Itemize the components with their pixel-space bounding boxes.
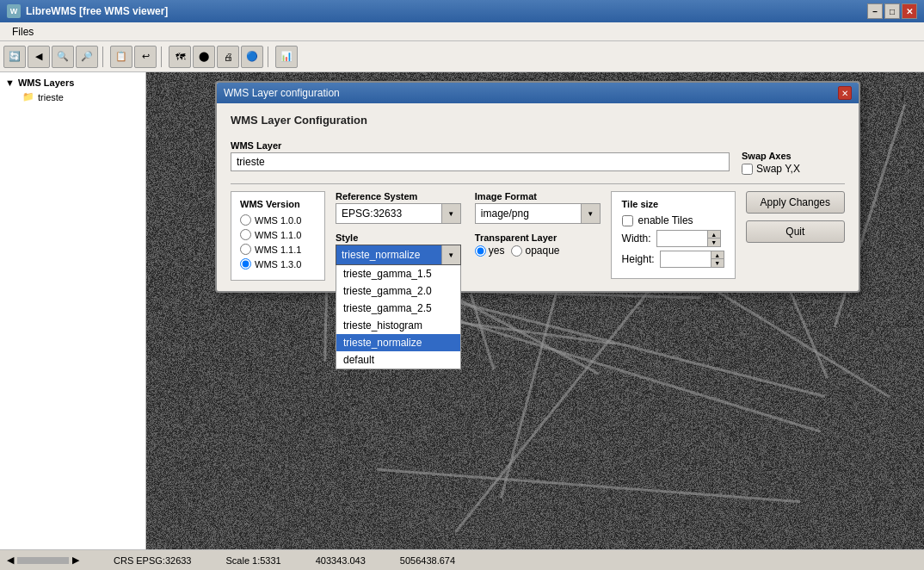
wms-version-box: WMS Version WMS 1.0.0 WMS 1.1.0 (231, 191, 325, 281)
quit-button[interactable]: Quit (746, 220, 845, 243)
height-input-container: ▲ ▼ (660, 251, 724, 268)
style-dropdown-list: trieste_gamma_1.5 trieste_gamma_2.0 trie… (336, 265, 461, 369)
dialog-divider (231, 183, 845, 184)
image-format-label: Image Format (475, 191, 601, 201)
reference-system-select[interactable]: EPSG:32633 ▼ (336, 203, 461, 224)
opaque-label: opaque (525, 245, 559, 257)
wms-111-row: WMS 1.1.1 (240, 244, 316, 255)
style-dropdown-container: trieste_normalize ▼ trieste_gamma_1.5 tr… (336, 245, 461, 265)
action-buttons: Apply Changes Quit (746, 191, 845, 243)
scroll-left-btn[interactable]: ◀ (7, 555, 14, 566)
toolbar-btn-3[interactable]: 🔎 (76, 46, 98, 68)
app-icon: W (7, 4, 21, 18)
style-option-4[interactable]: trieste_normalize (336, 334, 460, 351)
dialog-title-bar: WMS Layer configuration ✕ (217, 83, 859, 103)
dialog-close-button[interactable]: ✕ (838, 86, 852, 100)
menu-files[interactable]: Files (5, 24, 40, 40)
maximize-button[interactable]: □ (884, 3, 900, 19)
main-config-row: WMS Version WMS 1.0.0 WMS 1.1.0 (231, 191, 845, 281)
swap-yx-checkbox[interactable] (742, 164, 753, 175)
wms-100-label: WMS 1.0.0 (255, 215, 301, 226)
toolbar-btn-5[interactable]: ↩ (134, 46, 157, 68)
scroll-bar (17, 557, 69, 564)
style-option-0[interactable]: trieste_gamma_1.5 (336, 265, 460, 282)
width-row: Width: ▲ ▼ (622, 230, 724, 247)
wms-130-row: WMS 1.3.0 (240, 258, 316, 270)
toolbar-btn-4[interactable]: 📋 (110, 46, 132, 68)
width-down-spinner[interactable]: ▼ (708, 239, 720, 246)
opaque-radio-label[interactable]: opaque (511, 245, 559, 257)
wms-layer-label: WMS Layer (231, 140, 731, 151)
yes-radio[interactable] (475, 245, 486, 257)
style-value: trieste_normalize (336, 249, 441, 261)
dialog-body: WMS Layer Configuration WMS Layer Swap A… (217, 103, 859, 291)
wms-100-radio[interactable] (240, 214, 251, 226)
status-x: 403343.043 (316, 555, 366, 566)
wms-version-title: WMS Version (240, 199, 316, 209)
transparent-layer-label: Transparent Layer (475, 232, 601, 243)
wms-100-row: WMS 1.0.0 (240, 214, 316, 226)
toolbar-btn-10[interactable]: 📊 (275, 46, 298, 68)
width-spinners: ▲ ▼ (708, 230, 721, 247)
enable-tiles-label: enable Tiles (638, 214, 693, 226)
folder-icon: 📁 (22, 91, 34, 102)
minimize-button[interactable]: – (867, 3, 883, 19)
status-bar: ◀ ▶ CRS EPSG:32633 Scale 1:5331 403343.0… (0, 549, 924, 570)
tree-root-label: WMS Layers (18, 77, 74, 88)
wms-130-radio[interactable] (240, 258, 251, 270)
height-down-spinner[interactable]: ▼ (711, 259, 724, 267)
toolbar-separator-2 (161, 46, 164, 67)
tree-root[interactable]: ▼ WMS Layers (3, 76, 142, 90)
style-option-2[interactable]: trieste_gamma_2.5 (336, 300, 460, 317)
style-option-1[interactable]: trieste_gamma_2.0 (336, 282, 460, 300)
reference-system-value: EPSG:32633 (336, 208, 441, 220)
wms-130-label: WMS 1.3.0 (255, 259, 301, 270)
layer-tree: ▼ WMS Layers 📁 trieste (3, 76, 142, 104)
tree-child-item[interactable]: 📁 trieste (21, 90, 142, 104)
left-panel: ▼ WMS Layers 📁 trieste (0, 72, 146, 549)
toolbar-btn-8[interactable]: 🖨 (217, 46, 239, 68)
style-option-5[interactable]: default (336, 351, 460, 369)
style-option-3[interactable]: trieste_histogram (336, 317, 460, 334)
swap-yx-label: Swap Y,X (756, 163, 800, 175)
wms-111-radio[interactable] (240, 244, 251, 255)
toolbar-btn-9[interactable]: 🔵 (241, 46, 263, 68)
scroll-right-btn[interactable]: ▶ (72, 555, 79, 566)
toolbar-btn-0[interactable]: 🔄 (3, 46, 26, 68)
status-scroll-left: ◀ ▶ (7, 555, 79, 566)
style-arrow[interactable]: ▼ (441, 245, 460, 264)
height-input[interactable] (660, 251, 711, 268)
dialog-title: WMS Layer configuration (224, 87, 340, 99)
width-up-spinner[interactable]: ▲ (708, 231, 720, 239)
opaque-radio[interactable] (511, 245, 522, 257)
yes-radio-label[interactable]: yes (475, 245, 505, 257)
reference-system-arrow[interactable]: ▼ (441, 204, 460, 223)
dialog-section-title: WMS Layer Configuration (231, 114, 845, 127)
map-area[interactable]: WMS Layer configuration ✕ WMS Layer Conf… (146, 72, 924, 549)
tile-size-title: Tile size (622, 199, 724, 209)
width-input[interactable] (656, 230, 708, 247)
toolbar-btn-1[interactable]: ◀ (28, 46, 50, 68)
app-title: LibreWMS [free WMS viewer] (26, 5, 168, 17)
wms-config-dialog: WMS Layer configuration ✕ WMS Layer Conf… (215, 81, 860, 293)
toolbar-btn-6[interactable]: 🗺 (169, 46, 191, 68)
close-button[interactable]: ✕ (902, 3, 917, 19)
swap-axes-label: Swap Axes (742, 151, 845, 161)
tile-size-section: Tile size enable Tiles Width: ▲ (611, 191, 736, 279)
style-label: Style (336, 232, 461, 243)
image-format-arrow[interactable]: ▼ (581, 204, 600, 223)
yes-label: yes (489, 245, 505, 257)
enable-tiles-checkbox[interactable] (622, 215, 633, 226)
apply-changes-button[interactable]: Apply Changes (746, 191, 845, 214)
toolbar-btn-2[interactable]: 🔍 (52, 46, 74, 68)
wms-110-radio[interactable] (240, 229, 251, 240)
transparent-row: yes opaque (475, 245, 601, 257)
dialog-overlay: WMS Layer configuration ✕ WMS Layer Conf… (146, 72, 924, 549)
height-up-spinner[interactable]: ▲ (711, 251, 724, 259)
main-area: ▼ WMS Layers 📁 trieste WMS Layer configu… (0, 72, 924, 549)
style-select[interactable]: trieste_normalize ▼ (336, 245, 461, 265)
toolbar-btn-7[interactable]: ⬤ (193, 46, 215, 68)
height-label: Height: (622, 253, 655, 265)
wms-layer-input[interactable] (231, 152, 730, 171)
image-format-select[interactable]: image/png ▼ (475, 203, 601, 224)
